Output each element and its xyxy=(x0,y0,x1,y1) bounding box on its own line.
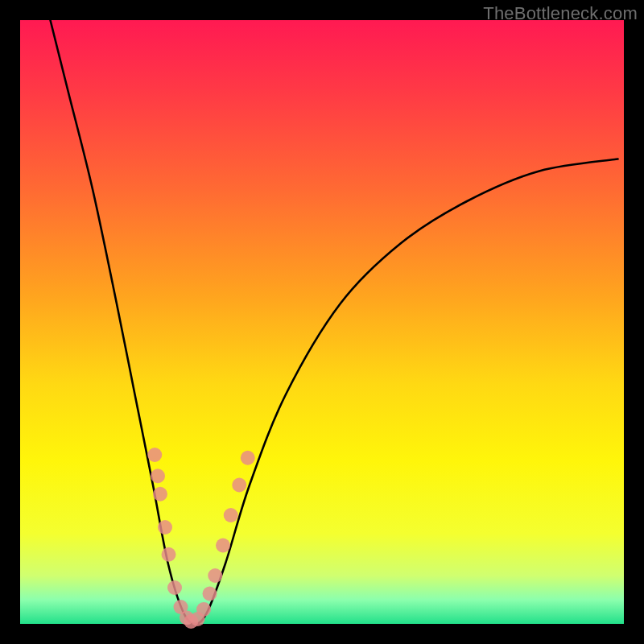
marker-dot xyxy=(162,547,176,562)
plot-area xyxy=(20,20,624,624)
marker-dot xyxy=(241,451,255,465)
marker-dot xyxy=(196,602,211,617)
marker-dot xyxy=(153,487,167,502)
curve-svg xyxy=(20,20,624,624)
marker-dot xyxy=(203,587,217,601)
marker-dot xyxy=(208,568,222,583)
curve-group xyxy=(51,20,618,624)
marker-dot xyxy=(158,520,172,535)
marker-dot xyxy=(167,580,182,595)
marker-dot xyxy=(216,539,230,553)
marker-dot xyxy=(151,469,165,483)
bottleneck-curve xyxy=(51,20,618,624)
chart-frame: TheBottleneck.com xyxy=(0,0,644,644)
watermark-text: TheBottleneck.com xyxy=(483,3,638,24)
marker-dot xyxy=(224,508,238,522)
marker-dot xyxy=(147,448,162,462)
marker-dot xyxy=(232,478,246,493)
